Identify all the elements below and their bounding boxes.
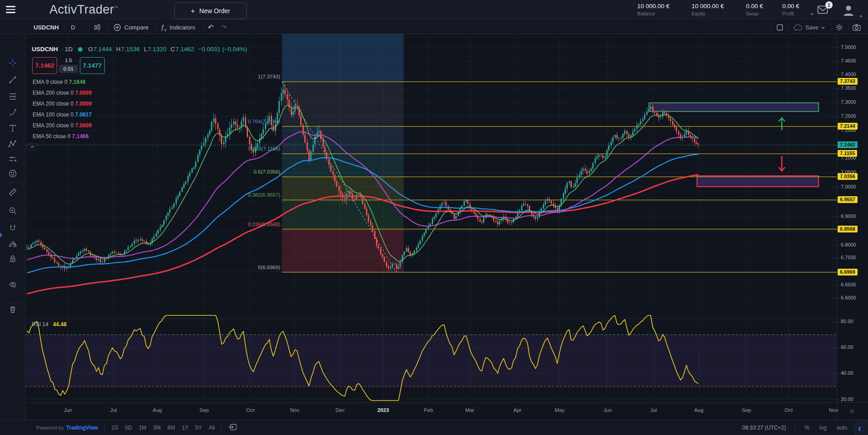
clock-label[interactable]: 08:33:27 (UTC+2): [742, 425, 786, 431]
trend-line-tool[interactable]: [5, 73, 20, 87]
chart-type-button[interactable]: [93, 21, 101, 34]
fib-price-tag: 6.8568: [838, 226, 858, 232]
support-zone-box[interactable]: [697, 176, 819, 187]
chart-legend[interactable]: USDCNH · 1D O7.1444H7.1536L7.1320C7.1462…: [32, 46, 247, 53]
fib-band: [282, 154, 404, 177]
rsi-axis-label: 80.00: [841, 319, 853, 324]
indicator-row[interactable]: EMA 9 close 0 7.1646: [33, 79, 86, 85]
range-button-1m[interactable]: 1M: [139, 425, 146, 431]
auto-scale-button[interactable]: auto: [837, 425, 847, 431]
legend-symbol: USDCNH: [32, 46, 58, 53]
chart-toolbar: USDCNH D Compare ƒx Indicators ↶ ↷ Save: [0, 21, 868, 34]
undo-button[interactable]: ↶: [208, 21, 214, 34]
top-bar: ActivTrader™ +New Order 10 000.00 € Bala…: [0, 0, 868, 21]
redo-button[interactable]: ↷: [221, 21, 227, 34]
range-button-5y[interactable]: 5Y: [195, 425, 202, 431]
indicator-row[interactable]: EMA 200 close 0 7.0009: [33, 122, 92, 129]
time-axis[interactable]: JunJulAugSepOctNovDec2023FebMarAprMayJun…: [25, 402, 868, 420]
sell-price-button[interactable]: 7.1462: [32, 57, 57, 74]
rsi-band: [25, 335, 837, 387]
swap-label: Swap: [746, 11, 763, 16]
remove-drawings-tool[interactable]: [5, 303, 20, 316]
log-scale-button[interactable]: log: [819, 425, 827, 431]
swap-value: 0.00 €: [746, 3, 763, 10]
percent-scale-button[interactable]: %: [805, 425, 809, 431]
compare-button[interactable]: Compare: [113, 21, 148, 34]
crosshair-tool[interactable]: [5, 56, 20, 70]
zoom-in-tool[interactable]: [5, 204, 20, 218]
resistance-zone-box[interactable]: [649, 103, 819, 111]
profit-stat: 0.00 € Profit: [782, 3, 800, 16]
indicator-row[interactable]: EMA 200 close 0 7.0009: [33, 90, 92, 96]
time-axis-label: Jun: [604, 407, 612, 413]
layout-button[interactable]: [776, 21, 783, 34]
range-button-3m[interactable]: 3M: [153, 425, 161, 431]
tradingview-link[interactable]: TradingView: [66, 425, 98, 431]
symbol-search-button[interactable]: USDCNH: [34, 21, 59, 34]
time-axis-label: Mar: [465, 407, 474, 413]
indicator-row[interactable]: EMA 50 close 0 7.1466: [33, 133, 88, 140]
collapse-legend-button[interactable]: [27, 143, 38, 150]
interval-button[interactable]: D: [68, 21, 78, 34]
buy-price-button[interactable]: 7.1477: [80, 57, 105, 74]
indicator-row[interactable]: EMA 100 close 0 7.0817: [33, 111, 92, 118]
candles-icon: [93, 24, 101, 31]
cloud-icon: [793, 24, 803, 31]
settings-gear-icon[interactable]: [835, 21, 843, 34]
fib-retracement-tool[interactable]: [5, 90, 20, 103]
expand-panel-chevron-icon[interactable]: ›: [0, 229, 2, 241]
rsi-axis-label: 60.00: [841, 344, 853, 350]
drawing-lock-tool[interactable]: [5, 237, 20, 250]
indicators-button[interactable]: ƒx Indicators: [161, 21, 195, 34]
time-axis-label: Jul: [650, 407, 657, 413]
avatar[interactable]: [842, 4, 855, 17]
hamburger-menu-icon[interactable]: [6, 6, 15, 14]
range-button-1y[interactable]: 1Y: [182, 425, 189, 431]
balance-stat: 10 000.00 € Balance: [637, 3, 669, 16]
chevron-down-icon[interactable]: ▾: [811, 12, 813, 16]
range-button-all[interactable]: All: [209, 425, 215, 431]
time-axis-label: 2023: [377, 407, 389, 413]
price-axis[interactable]: 7.50007.45007.40007.35007.30007.25007.20…: [837, 34, 868, 420]
fib-price-tag: 6.9557: [838, 196, 858, 203]
quantity-field[interactable]: 0.01: [59, 65, 78, 73]
chevron-down-icon[interactable]: ▾: [860, 14, 862, 19]
new-order-button[interactable]: +New Order: [174, 2, 247, 19]
range-button-1d[interactable]: 1D: [111, 425, 118, 431]
profit-label: Profit: [782, 11, 800, 16]
equity-value: 10 000.00 €: [692, 3, 724, 10]
time-axis-label: Jul: [110, 407, 117, 413]
notification-badge: 1: [825, 1, 833, 9]
brush-tool[interactable]: [5, 106, 20, 119]
chart-canvas[interactable]: [0, 0, 868, 435]
range-button-5d[interactable]: 5D: [125, 425, 132, 431]
indicator-row[interactable]: EMA 200 close 0 7.0009: [33, 101, 92, 107]
up-arrow[interactable]: [779, 118, 785, 130]
fib-band: [282, 34, 404, 82]
time-axis-label: Apr: [513, 407, 522, 413]
swap-stat: 0.00 € Swap: [746, 3, 763, 16]
price-axis-label: 7.3000: [841, 99, 856, 105]
save-button[interactable]: Save: [793, 21, 825, 34]
theme-sun-icon[interactable]: ☼: [849, 406, 855, 414]
forecast-tool[interactable]: [5, 152, 20, 166]
emoji-tool[interactable]: [5, 167, 20, 180]
profit-value: 0.00 €: [782, 3, 800, 10]
xabcd-pattern-tool[interactable]: [5, 137, 20, 151]
price-axis-label: 7.0000: [841, 184, 856, 189]
balance-label: Balance: [637, 11, 669, 16]
price-axis-label: 7.3500: [841, 85, 856, 91]
range-button-6m[interactable]: 6M: [167, 425, 175, 431]
layout-icon: [776, 24, 783, 31]
time-axis-label: Oct: [785, 407, 793, 413]
go-to-date-icon[interactable]: [228, 424, 237, 432]
legend-ohlc: O7.1444H7.1536L7.1320C7.1462: [88, 46, 194, 53]
rsi-legend[interactable]: RSI 1444.48: [32, 321, 67, 328]
camera-icon[interactable]: [853, 21, 861, 34]
magnet-tool[interactable]: [5, 221, 20, 235]
price-axis-label: 6.6000: [841, 295, 856, 300]
text-tool[interactable]: [5, 121, 20, 135]
hide-drawings-tool[interactable]: [5, 278, 20, 292]
lock-all-tool[interactable]: [5, 252, 20, 266]
ruler-tool[interactable]: [5, 185, 20, 199]
